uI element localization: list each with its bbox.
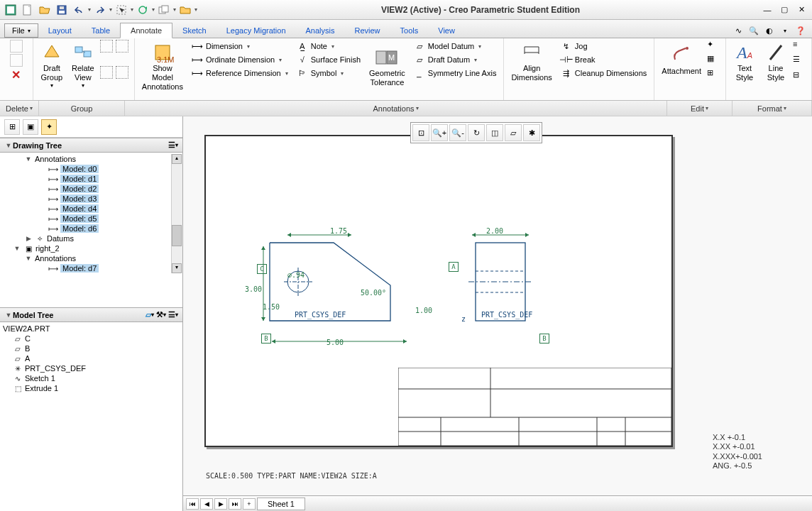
model-tree-item[interactable]: ▱A (0, 353, 182, 363)
zoom-out-icon[interactable]: 🔍- (449, 124, 466, 141)
sheet-tab[interactable]: Sheet 1 (257, 498, 305, 510)
minimize-button[interactable]: — (761, 4, 774, 16)
edit-tool-icon[interactable]: ⊞ (707, 68, 720, 81)
show-model-annotations-button[interactable]: 3.1M Show Model Annotations (139, 40, 186, 94)
tab-view[interactable]: View (428, 23, 465, 38)
tree-model-item[interactable]: ⟼Model: d6 (0, 224, 171, 233)
group-tool-icon[interactable] (116, 40, 128, 53)
edit-tool-icon[interactable]: ▦ (707, 54, 720, 67)
tab-tools[interactable]: Tools (390, 23, 429, 38)
model-tree-settings-icon[interactable]: ☰ (168, 310, 175, 319)
tree-annotations-node[interactable]: ▼Annotations (0, 154, 171, 164)
format-tool-icon[interactable]: ≡ (793, 40, 806, 53)
symmetry-line-button[interactable]: ⎯Symmetry Line Axis (411, 67, 500, 79)
tab-sketch[interactable]: Sketch (172, 23, 216, 38)
search-icon[interactable]: 🔍 (748, 25, 759, 36)
nav-tab-2[interactable]: ▣ (23, 119, 38, 135)
draft-group-button[interactable]: Draft Group▾ (38, 40, 66, 91)
display-style-icon[interactable]: ◫ (486, 124, 503, 141)
new-icon[interactable] (20, 2, 35, 18)
ribbon-small-icon[interactable] (10, 40, 23, 53)
repaint-icon[interactable]: ↻ (468, 124, 485, 141)
app-menu-icon[interactable] (3, 2, 18, 18)
model-tree-header[interactable]: ▼Model Tree ▱▾ ⚒▾ ☰▾ (0, 307, 182, 322)
group-tool-icon[interactable] (100, 66, 113, 79)
group-format[interactable]: Format (733, 101, 812, 116)
maximize-button[interactable]: ▢ (778, 4, 791, 16)
working-dir-icon[interactable] (177, 2, 193, 18)
save-icon[interactable] (54, 2, 70, 18)
model-tree-item[interactable]: ▱B (0, 344, 182, 353)
next-sheet-button[interactable]: ▶ (214, 498, 227, 510)
group-annotations[interactable]: Annotations (125, 101, 667, 116)
tab-review[interactable]: Review (345, 23, 390, 38)
model-tree-item[interactable]: ∿Sketch 1 (0, 373, 182, 383)
tree-model-item[interactable]: ⟼Model: d5 (0, 214, 171, 224)
nav-tab-3[interactable]: ✦ (41, 119, 57, 135)
group-delete[interactable]: Delete (0, 101, 39, 116)
tab-analysis[interactable]: Analysis (296, 23, 345, 38)
text-style-button[interactable]: AA Text Style (730, 40, 759, 84)
geometric-tolerance-button[interactable]: M Geometric Tolerance (366, 40, 408, 94)
model-tree-filter-icon[interactable]: ▱ (146, 310, 151, 319)
model-tree-show-icon[interactable]: ⚒ (156, 310, 163, 319)
windows-icon[interactable] (156, 2, 172, 18)
symbol-button[interactable]: 🏳Symbol (294, 67, 363, 79)
help-icon[interactable]: ❓ (795, 25, 806, 36)
group-tool-icon[interactable] (100, 40, 113, 53)
model-part-node[interactable]: VIEW2A.PRT (0, 324, 182, 334)
drawing-tree-header[interactable]: ▼Drawing Tree ☰▾ (0, 138, 182, 153)
group-tool-icon[interactable] (116, 66, 128, 79)
relate-view-button[interactable]: Relate View▾ (69, 40, 97, 91)
attachment-button[interactable]: Attachment (659, 40, 704, 81)
tree-settings-icon[interactable]: ☰ (168, 141, 175, 150)
tree-model-item[interactable]: ⟼Model: d1 (0, 174, 171, 184)
surface-finish-button[interactable]: √Surface Finish (294, 53, 363, 66)
tab-annotate[interactable]: Annotate (120, 23, 172, 38)
tree-model-item[interactable]: ⟼Model: d3 (0, 194, 171, 204)
format-tool-icon[interactable]: ⊟ (793, 70, 806, 83)
tree-scrollbar[interactable]: ▴ ▾ (171, 154, 182, 273)
tree-datums-node[interactable]: ▶✧Datums (0, 233, 171, 243)
add-sheet-button[interactable]: + (243, 498, 256, 510)
cleanup-dimensions-button[interactable]: ⇶Cleanup Dimensions (558, 67, 650, 79)
file-menu[interactable]: File▾ (4, 23, 38, 38)
open-icon[interactable] (37, 2, 53, 18)
regen-icon[interactable] (135, 2, 150, 18)
tree-model-item[interactable]: ⟼Model: d4 (0, 204, 171, 214)
model-tree-item[interactable]: ▱C (0, 334, 182, 344)
tree-model-d7[interactable]: ⟼Model: d7 (0, 263, 171, 273)
learning-icon[interactable]: ◐ (764, 25, 775, 36)
jog-button[interactable]: ↯Jog (558, 40, 650, 53)
format-tool-icon[interactable]: ☰ (793, 55, 806, 67)
refit-icon[interactable]: ⊡ (412, 124, 429, 141)
model-tree-item[interactable]: ⬚Extrude 1 (0, 383, 182, 393)
group-edit[interactable]: Edit (667, 101, 733, 116)
tab-legacy[interactable]: Legacy Migration (216, 23, 296, 38)
tree-model-item[interactable]: ⟼Model: d2 (0, 184, 171, 194)
note-button[interactable]: A̲Note (294, 40, 363, 53)
undo-icon[interactable] (71, 2, 87, 18)
tree-right2-node[interactable]: ▼▣right_2 (0, 243, 171, 253)
zoom-in-icon[interactable]: 🔍+ (431, 124, 448, 141)
break-button[interactable]: ⊣⊢Break (558, 53, 650, 66)
tree-model-item[interactable]: ⟼Model: d0 (0, 164, 171, 174)
edit-tool-icon[interactable]: ✦ (707, 40, 720, 53)
tab-table[interactable]: Table (82, 23, 120, 38)
tree-annotations2-node[interactable]: ▼Annotations (0, 253, 171, 263)
draft-datum-button[interactable]: ▱Draft Datum (411, 53, 500, 66)
drawing-canvas[interactable]: ⊡ 🔍+ 🔍- ↻ ◫ ▱ ✱ 1.75 (183, 116, 812, 495)
datum-display-icon[interactable]: ▱ (505, 124, 522, 141)
command-search-icon[interactable]: ∿ (733, 25, 744, 36)
nav-tab-1[interactable]: ⊞ (4, 119, 20, 135)
reference-dimension-button[interactable]: ⟼Reference Dimension (189, 67, 291, 79)
line-style-button[interactable]: Line Style (762, 40, 790, 84)
select-mode-icon[interactable] (114, 2, 129, 18)
model-datum-button[interactable]: ▱Model Datum (411, 40, 500, 53)
ribbon-small-icon[interactable] (10, 54, 23, 67)
align-dimensions-button[interactable]: Align Dimensions (508, 40, 554, 84)
close-button[interactable]: ✕ (795, 4, 808, 16)
ordinate-dimension-button[interactable]: ⟼Ordinate Dimension (189, 53, 291, 66)
redo-icon[interactable] (92, 2, 108, 18)
first-sheet-button[interactable]: ⏮ (186, 498, 199, 510)
